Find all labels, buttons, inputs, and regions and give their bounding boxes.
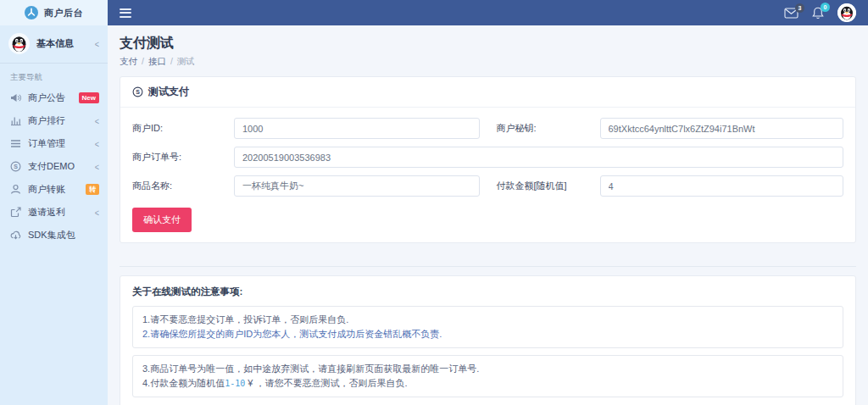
- chevron-left-icon: <: [95, 39, 99, 49]
- svg-text:S: S: [14, 164, 18, 169]
- sidebar: 商户后台 基本信息 < 主要导航 商户公告 New 商户排行: [0, 0, 108, 405]
- chevron-left-icon: <: [95, 139, 99, 149]
- product-name-group: 商品名称:: [132, 175, 480, 197]
- test-payment-card: S 测试支付 商户ID: 商户秘钥:: [120, 76, 856, 243]
- topbar-right: 3 0: [784, 3, 856, 22]
- page-content: 支付测试 支付 / 接口 / 测试 S 测试支付: [108, 25, 868, 405]
- svg-text:S: S: [136, 89, 140, 95]
- sidebar-item-merchant-ranking[interactable]: 商户排行 <: [0, 109, 108, 132]
- note-line-3: 3.商品订单号为唯一值，如中途放弃测试，请直接刷新页面获取最新的唯一订单号.: [142, 362, 833, 376]
- user-avatar: [8, 33, 30, 54]
- sidebar-item-invite-rebate[interactable]: 邀请返利 <: [0, 201, 108, 224]
- product-name-field[interactable]: [234, 175, 480, 197]
- breadcrumb-separator: /: [142, 56, 144, 68]
- profile-avatar[interactable]: [837, 3, 856, 22]
- chevron-left-icon: <: [95, 162, 99, 172]
- breadcrumb: 支付 / 接口 / 测试: [120, 56, 856, 68]
- transfer-badge: 转: [86, 184, 99, 195]
- merchant-id-field[interactable]: [234, 118, 480, 139]
- sidebar-item-merchant-transfer[interactable]: 商户转账 转: [0, 178, 108, 201]
- sidebar-item-order-management[interactable]: 订单管理 <: [0, 132, 108, 155]
- sidebar-section-label: 主要导航: [0, 64, 108, 86]
- brand-logo-icon: [25, 6, 38, 19]
- app-root: 商户后台 基本信息 < 主要导航 商户公告 New 商户排行: [0, 0, 868, 405]
- person-icon: [10, 184, 21, 195]
- amount-field[interactable]: [600, 175, 844, 197]
- breadcrumb-pay[interactable]: 支付: [120, 56, 137, 68]
- sidebar-nav: 商户公告 New 商户排行 < 订单管理 < S: [0, 86, 108, 247]
- bar-chart-icon: [10, 115, 21, 126]
- brand[interactable]: 商户后台: [0, 0, 108, 25]
- merchant-id-label: 商户ID:: [132, 122, 234, 135]
- chevron-left-icon: <: [95, 116, 99, 126]
- breadcrumb-current: 测试: [177, 56, 195, 68]
- order-no-field[interactable]: [234, 147, 843, 168]
- notes-box-1: 1.请不要恶意提交订单，投诉订单，否则后果自负. 2.请确保您所提交的商户ID为…: [132, 306, 843, 348]
- merchant-id-group: 商户ID:: [132, 118, 480, 139]
- chevron-left-icon: <: [95, 208, 99, 218]
- card-title: 测试支付: [148, 85, 189, 99]
- card-header: S 测试支付: [120, 77, 855, 108]
- mail-count-badge: 3: [795, 3, 804, 13]
- note-line-1: 1.请不要恶意提交订单，投诉订单，否则后果自负.: [142, 313, 833, 327]
- sidebar-item-label: 商户公告: [28, 92, 72, 104]
- sidebar-item-label: 商户排行: [28, 114, 88, 127]
- user-name: 基本信息: [36, 37, 88, 50]
- main-area: 3 0 支付测试 支付 / 接口 / 测试: [108, 0, 868, 405]
- sidebar-item-label: 商户转账: [28, 183, 79, 196]
- topbar: 3 0: [108, 0, 868, 25]
- section-divider: [120, 266, 856, 267]
- megaphone-icon: [10, 92, 21, 103]
- circled-s-icon: S: [132, 86, 143, 97]
- list-icon: [10, 138, 21, 149]
- sidebar-item-label: 邀请返利: [28, 206, 88, 219]
- merchant-key-group: 商户秘钥:: [497, 118, 844, 139]
- card-body: 商户ID: 商户秘钥: 商户订单号:: [120, 108, 855, 242]
- confirm-payment-button[interactable]: 确认支付: [132, 208, 192, 232]
- note-line-4: 4.付款金额为随机值1-10 ¥ ，请您不要恶意测试，否则后果自负.: [142, 376, 833, 391]
- sidebar-user-panel[interactable]: 基本信息 <: [0, 25, 108, 64]
- breadcrumb-separator: /: [170, 56, 173, 68]
- page-title: 支付测试: [120, 35, 856, 53]
- sidebar-item-label: 订单管理: [28, 137, 88, 150]
- notifications-button[interactable]: 0: [812, 7, 824, 19]
- sidebar-item-sdk-package[interactable]: SDK集成包: [0, 224, 108, 247]
- notes-card: 关于在线测试的注意事项: 1.请不要恶意提交订单，投诉订单，否则后果自负. 2.…: [120, 275, 856, 405]
- sidebar-item-label: SDK集成包: [28, 229, 99, 241]
- amount-range-code: 1-10: [225, 379, 245, 388]
- merchant-key-field[interactable]: [600, 118, 844, 139]
- form-row: 商户订单号:: [132, 147, 843, 168]
- menu-toggle-icon[interactable]: [120, 8, 131, 18]
- notes-box-2: 3.商品订单号为唯一值，如中途放弃测试，请直接刷新页面获取最新的唯一订单号. 4…: [132, 355, 843, 397]
- amount-group: 付款金额[随机值]: [497, 175, 844, 197]
- note-line-2: 2.请确保您所提交的商户ID为您本人，测试支付成功后资金错乱概不负责.: [142, 327, 833, 341]
- sidebar-item-announcements[interactable]: 商户公告 New: [0, 86, 108, 109]
- product-name-label: 商品名称:: [132, 180, 234, 192]
- merchant-key-label: 商户秘钥:: [497, 122, 600, 135]
- amount-label: 付款金额[随机值]: [497, 180, 600, 192]
- messages-button[interactable]: 3: [784, 8, 798, 19]
- brand-title: 商户后台: [44, 7, 83, 19]
- new-badge: New: [79, 92, 99, 103]
- share-icon: [10, 207, 21, 218]
- notification-count-badge: 0: [821, 3, 830, 12]
- circled-s-icon: S: [10, 161, 21, 172]
- sidebar-item-label: 支付DEMO: [28, 160, 88, 173]
- order-no-group: 商户订单号:: [132, 147, 843, 168]
- form-row: 商户ID: 商户秘钥:: [132, 118, 843, 139]
- breadcrumb-interface[interactable]: 接口: [148, 56, 166, 68]
- sidebar-item-pay-demo[interactable]: S 支付DEMO <: [0, 155, 108, 178]
- cloud-download-icon: [10, 230, 21, 241]
- form-row: 商品名称: 付款金额[随机值]: [132, 175, 843, 197]
- notes-header: 关于在线测试的注意事项:: [132, 286, 843, 298]
- order-no-label: 商户订单号:: [132, 151, 234, 164]
